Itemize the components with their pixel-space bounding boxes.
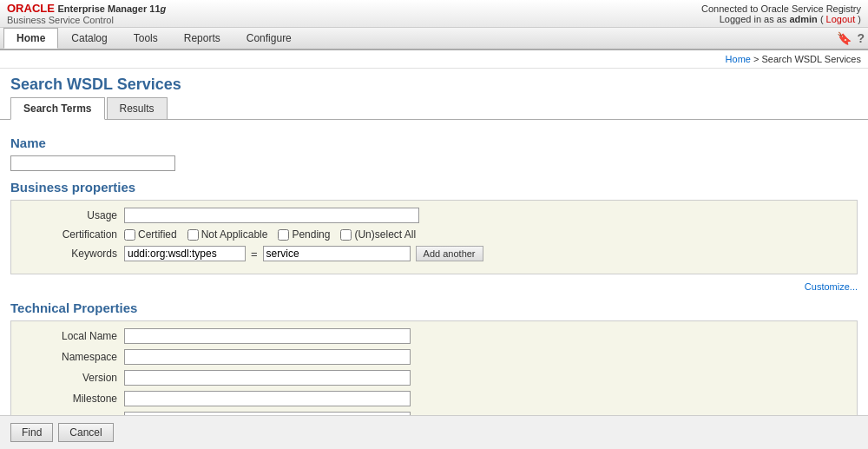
version-label: Version xyxy=(22,372,117,384)
certification-row: Certification Certified Not Applicable P… xyxy=(22,228,846,241)
bsc-label: Business Service Control xyxy=(7,15,166,25)
breadcrumb-current: Search WSDL Services xyxy=(761,54,861,64)
nav-tab-catalog[interactable]: Catalog xyxy=(58,28,120,49)
footer: Find Cancel xyxy=(0,415,868,449)
namespace-label: Namespace xyxy=(22,351,117,363)
keywords-label: Keywords xyxy=(22,248,117,260)
usage-label: Usage xyxy=(22,209,117,221)
name-section-header: Name xyxy=(10,135,858,150)
page-title: Search WSDL Services xyxy=(0,69,868,97)
cert-certified[interactable]: Certified xyxy=(124,228,177,241)
breadcrumb-bar: Home > Search WSDL Services xyxy=(0,50,868,69)
local-name-label: Local Name xyxy=(22,330,117,342)
nav-tab-tools[interactable]: Tools xyxy=(121,28,171,49)
tab-results[interactable]: Results xyxy=(107,97,168,119)
namespace-row: Namespace xyxy=(22,349,846,365)
milestone-label: Milestone xyxy=(22,393,117,405)
namespace-input[interactable] xyxy=(124,349,411,365)
bookmark-icon[interactable]: 🔖 xyxy=(837,31,852,45)
keyword-key-input[interactable] xyxy=(124,246,246,261)
keyword-value-input[interactable] xyxy=(263,246,411,261)
cert-pending-checkbox[interactable] xyxy=(278,229,289,241)
logout-link[interactable]: Logout xyxy=(826,14,856,24)
tabs-bar: Search Terms Results xyxy=(0,97,868,120)
cert-unselect-all-checkbox[interactable] xyxy=(340,229,352,241)
cert-certified-checkbox[interactable] xyxy=(124,229,135,241)
version-input[interactable] xyxy=(124,370,411,386)
oracle-logo: ORACLE Enterprise Manager 11g xyxy=(7,2,166,15)
keywords-inputs: = Add another xyxy=(124,246,483,261)
local-name-row: Local Name xyxy=(22,328,846,344)
navbar: Home Catalog Tools Reports Configure 🔖 ? xyxy=(0,28,868,50)
connected-label: Connected to Oracle Service Registry xyxy=(701,3,861,14)
usage-input[interactable] xyxy=(124,208,419,223)
cert-not-applicable-checkbox[interactable] xyxy=(187,229,199,241)
customize-business-row: Customize... xyxy=(10,280,858,294)
tab-search-terms[interactable]: Search Terms xyxy=(10,97,105,120)
nav-tab-reports[interactable]: Reports xyxy=(171,28,233,49)
keyword-equals: = xyxy=(251,248,258,261)
logged-in-label: Logged in as as admin ( Logout ) xyxy=(701,14,861,24)
business-properties-box: Usage Certification Certified Not Applic… xyxy=(10,200,858,274)
main-content: Name Business properties Usage Certifica… xyxy=(0,120,868,432)
customize-business-link[interactable]: Customize... xyxy=(805,281,858,292)
technical-section-header: Technical Properties xyxy=(10,300,858,315)
certification-label: Certification xyxy=(22,228,117,241)
cancel-button[interactable]: Cancel xyxy=(58,423,113,442)
breadcrumb-home[interactable]: Home xyxy=(726,54,751,64)
help-icon[interactable]: ? xyxy=(857,31,865,45)
keywords-row: Keywords = Add another xyxy=(22,246,846,261)
header-right: Connected to Oracle Service Registry Log… xyxy=(701,3,861,24)
name-input[interactable] xyxy=(10,155,175,171)
cert-unselect-all[interactable]: (Un)select All xyxy=(340,228,416,241)
add-another-button[interactable]: Add another xyxy=(416,246,483,261)
find-button[interactable]: Find xyxy=(10,423,53,442)
usage-row: Usage xyxy=(22,208,846,223)
certification-options: Certified Not Applicable Pending (Un)sel… xyxy=(124,228,416,241)
nav-tab-configure[interactable]: Configure xyxy=(233,28,305,49)
cert-not-applicable[interactable]: Not Applicable xyxy=(187,228,268,241)
local-name-input[interactable] xyxy=(124,328,411,344)
header: ORACLE Enterprise Manager 11g Business S… xyxy=(0,0,868,28)
nav-icons: 🔖 ? xyxy=(837,31,865,45)
version-row: Version xyxy=(22,370,846,386)
business-section-header: Business properties xyxy=(10,180,858,195)
milestone-input[interactable] xyxy=(124,391,411,406)
nav-tab-home[interactable]: Home xyxy=(3,28,58,49)
oracle-logo-area: ORACLE Enterprise Manager 11g Business S… xyxy=(7,2,166,25)
cert-pending[interactable]: Pending xyxy=(278,228,330,241)
milestone-row: Milestone xyxy=(22,391,846,406)
